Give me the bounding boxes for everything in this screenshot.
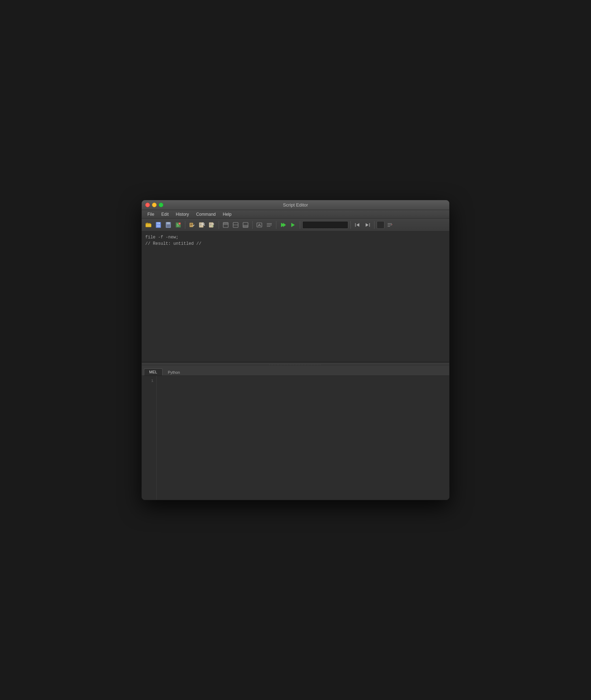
separator-5	[300, 221, 300, 229]
svg-marker-41	[291, 223, 295, 227]
separator-2	[219, 221, 219, 229]
search-button[interactable]	[197, 220, 207, 230]
menu-bar: File Edit History Command Help	[142, 210, 449, 219]
separator-7	[374, 221, 375, 229]
close-button[interactable]	[145, 203, 150, 207]
menu-help[interactable]: Help	[220, 211, 235, 218]
svg-rect-35	[257, 223, 262, 227]
menu-file[interactable]: File	[145, 211, 157, 218]
separator-6	[350, 221, 351, 229]
script-output-line-1: file -f -new;	[145, 234, 446, 241]
svg-rect-8	[167, 222, 169, 224]
save-as-button[interactable]	[154, 220, 163, 230]
svg-text:S: S	[177, 224, 179, 227]
line-numbers: 1	[142, 376, 157, 500]
color-swatch[interactable]	[377, 221, 384, 229]
svg-rect-2	[146, 223, 148, 224]
svg-rect-4	[157, 222, 159, 224]
svg-rect-10	[169, 222, 170, 224]
script-output-line-2: // Result: untitled //	[145, 241, 446, 247]
layout-1-button[interactable]	[221, 220, 230, 230]
svg-rect-30	[223, 222, 228, 225]
svg-rect-5	[157, 225, 160, 227]
replace-button[interactable]	[207, 220, 216, 230]
prev-command-button[interactable]	[353, 220, 362, 230]
tab-python[interactable]: Python	[163, 369, 185, 376]
maximize-button[interactable]	[159, 203, 163, 207]
run-all-button[interactable]	[278, 220, 288, 230]
svg-rect-15	[190, 223, 193, 227]
new-script-button[interactable]: S +	[174, 220, 183, 230]
code-input[interactable]	[157, 376, 449, 500]
panel-divider[interactable]: ...................................	[142, 362, 449, 365]
svg-marker-42	[356, 223, 359, 227]
svg-rect-34	[243, 225, 248, 227]
run-button[interactable]	[288, 220, 298, 230]
svg-marker-44	[366, 223, 368, 227]
next-command-button[interactable]	[363, 220, 372, 230]
open-file-button[interactable]	[144, 220, 153, 230]
line-number-1: 1	[142, 378, 153, 384]
save-button[interactable]	[164, 220, 173, 230]
traffic-lights	[145, 203, 163, 207]
script-tabs: MEL Python	[142, 365, 449, 376]
svg-rect-1	[146, 224, 151, 227]
separator-4	[276, 221, 276, 229]
script-input-panel: MEL Python 1	[142, 365, 449, 500]
tab-mel[interactable]: MEL	[144, 368, 163, 376]
separator-1	[185, 221, 185, 229]
list-button[interactable]	[265, 220, 274, 230]
menu-history[interactable]: History	[173, 211, 192, 218]
svg-rect-6	[159, 222, 160, 224]
toolbar: S +	[142, 219, 449, 231]
script-input-area: 1	[142, 376, 449, 500]
script-editor-window: Script Editor File Edit History Command …	[141, 200, 450, 500]
svg-line-21	[204, 225, 205, 226]
command-search-input[interactable]	[302, 221, 348, 229]
divider-dots: ...................................	[269, 362, 322, 366]
layout-3-button[interactable]	[241, 220, 250, 230]
svg-rect-25	[209, 222, 213, 227]
window-title: Script Editor	[283, 202, 308, 208]
separator-3	[252, 221, 253, 229]
script-output-panel: file -f -new; // Result: untitled //	[142, 231, 449, 362]
minimize-button[interactable]	[152, 203, 157, 207]
edit-script-button[interactable]	[187, 220, 197, 230]
menu-command[interactable]: Command	[193, 211, 218, 218]
svg-rect-9	[167, 225, 170, 227]
menu-edit[interactable]: Edit	[158, 211, 171, 218]
clear-output-button[interactable]	[255, 220, 264, 230]
lines-button[interactable]	[385, 220, 394, 230]
layout-2-button[interactable]	[231, 220, 240, 230]
svg-text:+: +	[179, 222, 180, 225]
svg-marker-40	[283, 223, 286, 227]
title-bar: Script Editor	[142, 200, 449, 210]
